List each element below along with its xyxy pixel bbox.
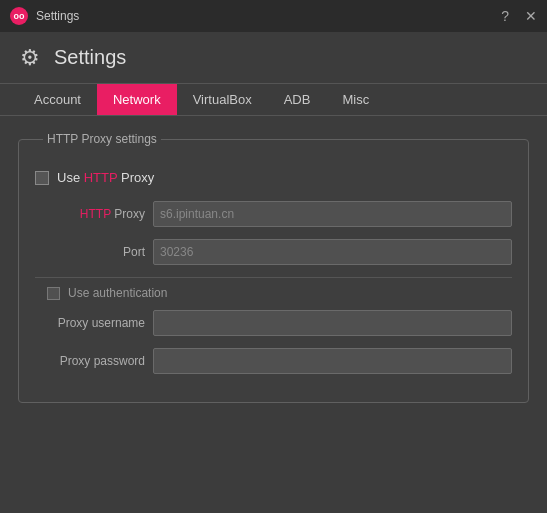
use-http-proxy-checkbox[interactable] [35,171,49,185]
use-auth-label[interactable]: Use authentication [68,286,167,300]
tab-bar: Account Network VirtualBox ADB Misc [0,84,547,116]
port-label: Port [35,245,145,259]
use-auth-row: Use authentication [35,286,512,300]
tab-virtualbox[interactable]: VirtualBox [177,84,268,115]
port-row: Port [35,239,512,265]
titlebar-left: oo Settings [10,7,79,25]
divider [35,277,512,278]
footer: keep C:\Users\centr.net\Maybe - d [0,507,547,513]
help-button[interactable]: ? [501,9,509,23]
tab-account[interactable]: Account [18,84,97,115]
proxy-username-label: Proxy username [35,316,145,330]
proxy-password-label: Proxy password [35,354,145,368]
http-proxy-label: HTTP Proxy [35,207,145,221]
close-button[interactable]: ✕ [525,9,537,23]
proxy-username-input[interactable] [153,310,512,336]
proxy-password-row: Proxy password [35,348,512,374]
use-http-proxy-row: Use HTTP Proxy [35,170,512,185]
header: ⚙ Settings [0,32,547,84]
tab-adb[interactable]: ADB [268,84,327,115]
http-highlight: HTTP [84,170,118,185]
use-auth-checkbox[interactable] [47,287,60,300]
port-input[interactable] [153,239,512,265]
fieldset-legend: HTTP Proxy settings [43,132,161,146]
page-title: Settings [54,46,126,69]
app-logo: oo [10,7,28,25]
tab-network[interactable]: Network [97,84,177,115]
titlebar: oo Settings ? ✕ [0,0,547,32]
titlebar-controls: ? ✕ [501,9,537,23]
tab-misc[interactable]: Misc [326,84,385,115]
proxy-username-row: Proxy username [35,310,512,336]
gear-icon: ⚙ [20,45,40,71]
http-proxy-fieldset: HTTP Proxy settings Use HTTP Proxy HTTP … [18,132,529,403]
settings-content: HTTP Proxy settings Use HTTP Proxy HTTP … [0,116,547,507]
proxy-password-input[interactable] [153,348,512,374]
auth-section: Use authentication Proxy username Proxy … [35,286,512,374]
titlebar-title: Settings [36,9,79,23]
use-http-proxy-label[interactable]: Use HTTP Proxy [57,170,154,185]
http-proxy-input[interactable] [153,201,512,227]
http-proxy-row: HTTP Proxy [35,201,512,227]
